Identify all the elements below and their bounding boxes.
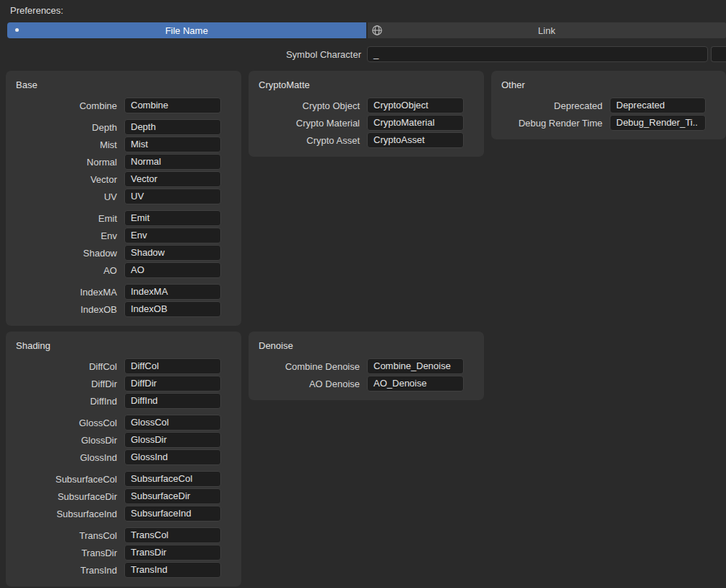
text-field[interactable]: IndexOB: [124, 301, 221, 317]
panel-body: CombineCombineDepthDepthMistMistNormalNo…: [6, 93, 241, 317]
text-field[interactable]: IndexMA: [124, 284, 221, 300]
field-row: DeprecatedDeprecated: [491, 98, 726, 113]
field-label: DiffInd: [6, 396, 124, 407]
panel-cryptomatte: CryptoMatte Crypto ObjectCryptoObjectCry…: [249, 71, 484, 157]
text-field[interactable]: Shadow: [124, 245, 221, 261]
field-label: GlossInd: [6, 452, 124, 463]
field-label: Combine Denoise: [249, 361, 367, 372]
tab-file-name[interactable]: File Name: [7, 22, 366, 38]
field-row: UVUV: [6, 189, 241, 204]
field-group: TransColTransColTransDirTransDirTransInd…: [6, 527, 241, 578]
field-row: CombineCombine: [6, 98, 241, 113]
field-label: Emit: [6, 213, 124, 224]
field-row: Crypto AssetCryptoAsset: [249, 132, 484, 148]
field-row: EmitEmit: [6, 210, 241, 226]
text-field[interactable]: Combine_Denoise: [367, 358, 464, 374]
field-label: Crypto Object: [249, 100, 367, 111]
field-label: Env: [6, 230, 124, 241]
field-label: Deprecated: [491, 100, 610, 111]
panel-body: DiffColDiffColDiffDirDiffDirDiffIndDiffI…: [6, 354, 241, 578]
text-field[interactable]: TransDir: [124, 545, 221, 561]
text-field[interactable]: DiffInd: [124, 393, 221, 409]
field-group: DepthDepthMistMistNormalNormalVectorVect…: [6, 119, 241, 204]
field-label: IndexMA: [6, 287, 124, 298]
text-field[interactable]: Vector: [124, 171, 221, 187]
text-field[interactable]: AO: [124, 262, 221, 278]
text-field[interactable]: CryptoMaterial: [367, 115, 464, 131]
field-label: TransDir: [6, 548, 124, 558]
field-group: DeprecatedDeprecatedDebug Render TimeDeb…: [491, 98, 726, 131]
panel-title[interactable]: Shading: [6, 337, 241, 354]
text-field[interactable]: Debug_Render_Ti..: [610, 115, 706, 131]
field-row: TransDirTransDir: [6, 545, 241, 561]
field-row: DiffIndDiffInd: [6, 393, 241, 409]
field-row: DepthDepth: [6, 119, 241, 135]
field-row: IndexMAIndexMA: [6, 284, 241, 300]
panel-title[interactable]: Base: [6, 77, 241, 93]
symbol-character-input[interactable]: _: [367, 46, 708, 62]
clipped-field[interactable]: [711, 46, 726, 62]
field-row: Debug Render TimeDebug_Render_Ti..: [491, 115, 726, 131]
text-field[interactable]: GlossDir: [124, 432, 221, 448]
field-row: GlossColGlossCol: [6, 415, 241, 431]
panel-title[interactable]: CryptoMatte: [249, 77, 484, 93]
field-label: Crypto Material: [249, 118, 367, 129]
dot-icon: [15, 28, 19, 32]
field-row: Crypto ObjectCryptoObject: [249, 98, 484, 113]
text-field[interactable]: CryptoObject: [367, 98, 464, 113]
tab-bar: File Name Link: [7, 22, 726, 38]
panels-grid: Base CombineCombineDepthDepthMistMistNor…: [0, 62, 726, 587]
tab-link[interactable]: Link: [368, 22, 726, 38]
field-label: SubsurfaceCol: [6, 474, 124, 485]
field-row: EnvEnv: [6, 228, 241, 243]
panel-body: DeprecatedDeprecatedDebug Render TimeDeb…: [491, 93, 726, 131]
panel-base: Base CombineCombineDepthDepthMistMistNor…: [6, 71, 241, 326]
field-label: DiffCol: [6, 361, 124, 372]
field-group: GlossColGlossColGlossDirGlossDirGlossInd…: [6, 415, 241, 465]
text-field[interactable]: SubsurfaceCol: [124, 471, 221, 487]
field-row: MistMist: [6, 137, 241, 152]
field-row: AO DenoiseAO_Denoise: [249, 376, 484, 392]
text-field[interactable]: SubsurfaceInd: [124, 506, 221, 522]
field-label: Combine: [6, 100, 124, 111]
field-row: SubsurfaceColSubsurfaceCol: [6, 471, 241, 487]
panel-title[interactable]: Denoise: [249, 337, 484, 354]
field-row: TransIndTransInd: [6, 562, 241, 578]
field-label: GlossDir: [6, 435, 124, 446]
field-label: DiffDir: [6, 379, 124, 389]
field-label: IndexOB: [6, 304, 124, 315]
panel-shading: Shading DiffColDiffColDiffDirDiffDirDiff…: [6, 332, 241, 587]
field-row: VectorVector: [6, 171, 241, 187]
text-field[interactable]: SubsurfaceDir: [124, 488, 221, 504]
field-label: Shadow: [6, 248, 124, 259]
text-field[interactable]: DiffCol: [124, 358, 221, 374]
text-field[interactable]: DiffDir: [124, 376, 221, 392]
text-field[interactable]: Combine: [124, 98, 221, 113]
text-field[interactable]: Normal: [124, 154, 221, 170]
panel-denoise: Denoise Combine DenoiseCombine_DenoiseAO…: [249, 332, 484, 400]
field-row: GlossDirGlossDir: [6, 432, 241, 448]
text-field[interactable]: GlossInd: [124, 449, 221, 465]
text-field[interactable]: CryptoAsset: [367, 132, 464, 148]
text-field[interactable]: Deprecated: [610, 98, 706, 113]
text-field[interactable]: TransCol: [124, 527, 221, 543]
field-group: Crypto ObjectCryptoObjectCrypto Material…: [249, 98, 484, 148]
text-field[interactable]: TransInd: [124, 562, 221, 578]
text-field[interactable]: Depth: [124, 119, 221, 135]
field-label: SubsurfaceInd: [6, 509, 124, 519]
text-field[interactable]: Mist: [124, 137, 221, 152]
panel-title[interactable]: Other: [491, 77, 726, 93]
text-field[interactable]: AO_Denoise: [367, 376, 464, 392]
text-field[interactable]: Emit: [124, 210, 221, 226]
field-row: GlossIndGlossInd: [6, 449, 241, 465]
field-row: TransColTransCol: [6, 527, 241, 543]
field-row: IndexOBIndexOB: [6, 301, 241, 317]
field-label: UV: [6, 191, 124, 202]
field-label: Depth: [6, 122, 124, 133]
text-field[interactable]: GlossCol: [124, 415, 221, 431]
text-field[interactable]: Env: [124, 228, 221, 243]
field-row: DiffColDiffCol: [6, 358, 241, 374]
field-label: Vector: [6, 174, 124, 185]
text-field[interactable]: UV: [124, 189, 221, 204]
field-row: SubsurfaceIndSubsurfaceInd: [6, 506, 241, 522]
